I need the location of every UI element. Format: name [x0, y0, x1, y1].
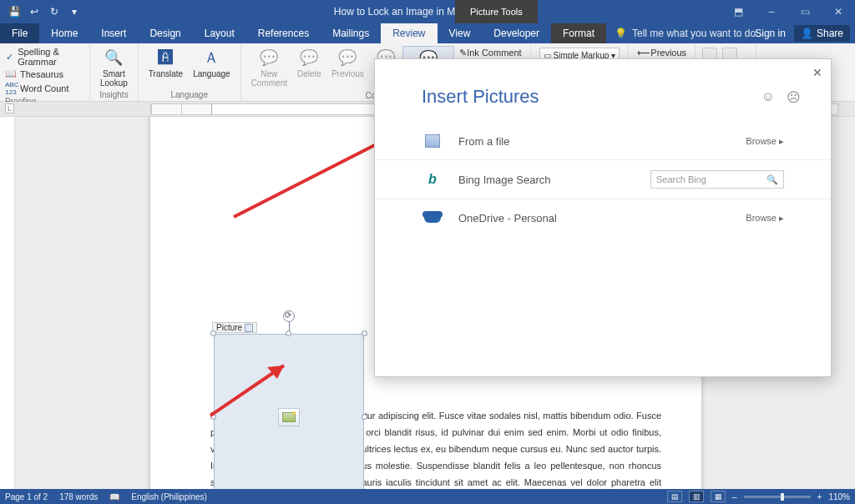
maximize-button[interactable]: ▭: [788, 0, 822, 23]
ribbon-display-options-icon[interactable]: ⬒: [721, 0, 755, 23]
tab-layout[interactable]: Layout: [193, 23, 246, 43]
group-insights: 🔍 Smart Lookup Insights: [90, 43, 139, 101]
dialog-row-from-file[interactable]: From a file Browse▸: [375, 123, 831, 160]
from-file-browse-link[interactable]: Browse▸: [746, 136, 784, 147]
picture-tooltip: Picture: [212, 322, 257, 333]
resize-handle-nw[interactable]: [210, 330, 216, 336]
read-mode-button[interactable]: ▤: [667, 491, 682, 502]
resize-handle-n[interactable]: [286, 330, 291, 336]
tab-selector[interactable]: L: [5, 103, 14, 113]
tab-view[interactable]: View: [438, 23, 483, 43]
onedrive-label: OneDrive - Personal: [458, 212, 746, 224]
tab-home[interactable]: Home: [39, 23, 89, 43]
tell-me-placeholder: Tell me what you want to do...: [632, 28, 764, 39]
share-label: Share: [817, 28, 843, 39]
zoom-slider[interactable]: [744, 496, 811, 498]
tab-review[interactable]: Review: [381, 23, 437, 43]
rotate-handle[interactable]: [283, 310, 295, 322]
group-language: 🅰︎ Translate Ａ Language Language: [139, 43, 241, 101]
previous-comment-button[interactable]: 💬Previous: [326, 46, 369, 91]
bing-label: Bing Image Search: [458, 174, 650, 186]
language-indicator[interactable]: English (Philippines): [131, 492, 207, 501]
picture-placeholder[interactable]: Picture: [214, 334, 364, 489]
tell-me-box[interactable]: 💡 Tell me what you want to do...: [606, 23, 764, 43]
picture-placeholder-icon: [278, 408, 300, 426]
tab-developer[interactable]: Developer: [482, 23, 551, 43]
picture-tooltip-text: Picture: [216, 323, 242, 332]
qat-customize-icon[interactable]: ▾: [67, 4, 82, 19]
zoom-in-button[interactable]: +: [817, 492, 822, 501]
close-button[interactable]: ✕: [822, 0, 855, 23]
anchor-icon: [245, 324, 253, 332]
share-button[interactable]: 👤 Share: [794, 25, 850, 42]
previous-change-button[interactable]: ⟵Previous: [637, 48, 686, 58]
spell-check-icon[interactable]: 📖: [109, 492, 119, 501]
new-comment-icon: 💬: [257, 48, 281, 68]
group-label-language: Language: [170, 90, 208, 101]
redo-icon[interactable]: ↻: [47, 4, 62, 19]
previous-comment-icon: 💬: [336, 48, 359, 68]
thesaurus-icon: 📖: [5, 68, 17, 79]
group-proofing: ✓Spelling & Grammar 📖Thesaurus ABC123Wor…: [0, 43, 90, 101]
bing-search-input[interactable]: Search Bing 🔍: [650, 170, 784, 189]
frown-icon[interactable]: ☹: [787, 89, 801, 105]
file-browse-icon: [422, 133, 443, 149]
web-layout-button[interactable]: ▦: [711, 491, 726, 502]
onedrive-browse-link[interactable]: Browse▸: [746, 213, 784, 224]
ink-comment-button[interactable]: ✎Ink Comment: [459, 48, 521, 58]
tab-format[interactable]: Format: [551, 23, 606, 43]
tab-references[interactable]: References: [246, 23, 321, 43]
ribbon-tabs: File Home Insert Design Layout Reference…: [0, 23, 855, 43]
bing-icon: b: [422, 171, 443, 188]
lightbulb-icon: 💡: [615, 28, 627, 39]
smart-lookup-button[interactable]: 🔍 Smart Lookup: [95, 46, 133, 89]
sign-in-link[interactable]: Sign in: [755, 28, 786, 39]
resize-handle-w[interactable]: [210, 414, 216, 420]
page-indicator[interactable]: Page 1 of 2: [5, 492, 48, 501]
dialog-row-bing[interactable]: b Bing Image Search Search Bing 🔍: [375, 160, 831, 199]
save-icon[interactable]: 💾: [7, 4, 22, 19]
status-bar: Page 1 of 2 178 words 📖 English (Philipp…: [0, 489, 855, 504]
smart-lookup-icon: 🔍: [102, 48, 125, 68]
tab-insert[interactable]: Insert: [89, 23, 138, 43]
new-comment-button[interactable]: 💬New Comment: [246, 46, 292, 91]
contextual-tab-label: Picture Tools: [455, 0, 538, 23]
translate-icon: 🅰︎: [154, 48, 177, 68]
share-icon: 👤: [801, 28, 813, 39]
insert-pictures-dialog: ✕ ☺ ☹ Insert Pictures From a file Browse…: [374, 58, 832, 377]
spelling-icon: ✓: [5, 52, 14, 63]
tab-file[interactable]: File: [0, 23, 39, 43]
dialog-row-onedrive[interactable]: OneDrive - Personal Browse▸: [375, 199, 831, 236]
delete-comment-button[interactable]: 💬Delete: [292, 46, 326, 91]
group-label-insights: Insights: [99, 90, 128, 101]
bing-search-placeholder: Search Bing: [656, 174, 706, 184]
zoom-out-button[interactable]: –: [732, 492, 737, 501]
from-file-label: From a file: [458, 135, 746, 148]
chevron-right-icon: ▸: [779, 136, 784, 147]
vertical-ruler[interactable]: [0, 117, 15, 489]
resize-handle-ne[interactable]: [362, 330, 367, 336]
picture-frame[interactable]: [214, 334, 364, 489]
smile-icon[interactable]: ☺: [761, 89, 775, 105]
undo-icon[interactable]: ↩: [27, 4, 42, 19]
chevron-right-icon: ▸: [779, 213, 784, 224]
resize-handle-e[interactable]: [362, 414, 367, 420]
zoom-thumb[interactable]: [781, 493, 784, 501]
language-button[interactable]: Ａ Language: [188, 46, 235, 80]
translate-button[interactable]: 🅰︎ Translate: [144, 46, 188, 80]
print-layout-button[interactable]: ▥: [689, 491, 704, 502]
zoom-level[interactable]: 110%: [828, 492, 850, 501]
word-count-button[interactable]: ABC123Word Count: [5, 80, 84, 97]
thesaurus-button[interactable]: 📖Thesaurus: [5, 68, 84, 80]
tab-mailings[interactable]: Mailings: [321, 23, 381, 43]
tab-design[interactable]: Design: [138, 23, 192, 43]
onedrive-icon: [422, 209, 443, 226]
word-count-icon: ABC123: [5, 81, 17, 96]
language-icon: Ａ: [200, 48, 223, 68]
word-count-indicator[interactable]: 178 words: [59, 492, 98, 501]
dialog-close-button[interactable]: ✕: [812, 66, 822, 79]
title-bar: 💾 ↩ ↻ ▾ How to Lock an Image in MS Word …: [0, 0, 855, 23]
spelling-grammar-button[interactable]: ✓Spelling & Grammar: [5, 46, 84, 68]
quick-access-toolbar: 💾 ↩ ↻ ▾: [0, 4, 82, 19]
minimize-button[interactable]: –: [755, 0, 788, 23]
